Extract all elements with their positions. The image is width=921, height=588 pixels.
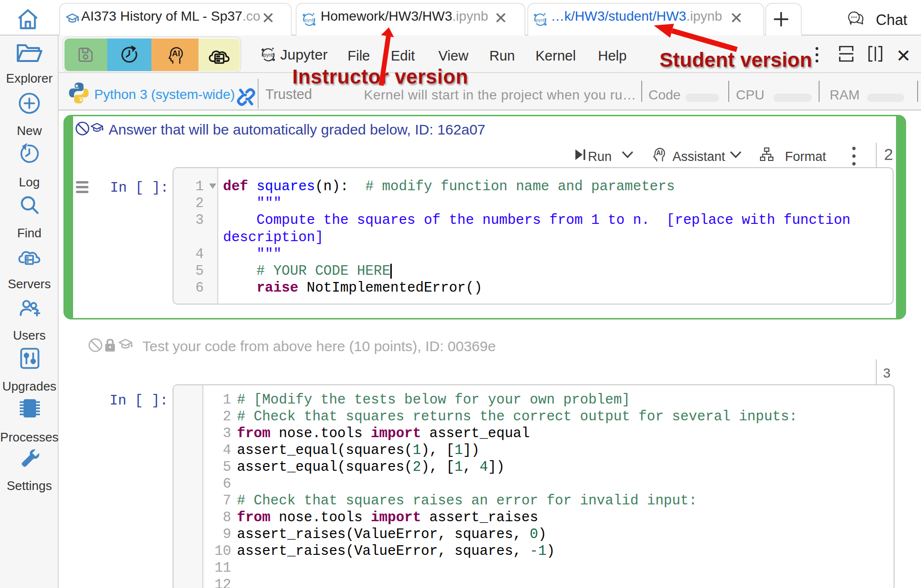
svg-text:AI: AI [656,149,663,157]
